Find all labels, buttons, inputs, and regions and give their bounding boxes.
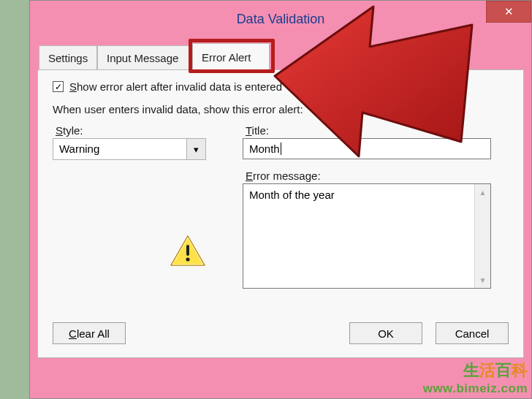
instruction-text: When user enters invalid data, show this… <box>53 103 509 115</box>
chevron-down-icon: ▾ <box>194 144 199 155</box>
error-message-value: Month of the year <box>243 184 474 288</box>
clear-all-button[interactable]: Clear All <box>53 322 126 344</box>
title-message-column: Title: Month Error message: Month of the… <box>243 124 509 289</box>
tab-strip: Settings Input Message Error Alert <box>37 43 524 70</box>
ok-cancel-group: OK Cancel <box>349 322 509 344</box>
cancel-label: Cancel <box>455 327 490 340</box>
text-cursor <box>281 142 281 155</box>
style-dropdown-button[interactable]: ▾ <box>186 139 205 159</box>
style-dropdown-value: Warning <box>53 139 186 159</box>
warning-triangle-icon <box>170 235 206 268</box>
style-dropdown[interactable]: Warning ▾ <box>53 138 206 160</box>
watermark: 生活百科 www.bimeiz.com <box>423 360 528 396</box>
show-alert-checkbox-row: ✓ Show error alert after invalid data is… <box>53 80 509 93</box>
error-message-label: Error message: <box>243 170 509 182</box>
show-alert-checkbox-label: Show error alert after invalid data is e… <box>69 80 282 93</box>
cancel-button[interactable]: Cancel <box>436 322 509 344</box>
tab-settings[interactable]: Settings <box>39 45 97 70</box>
fields-area: Style: Warning ▾ Title: Month Error mess… <box>53 124 509 289</box>
watermark-url: www.bimeiz.com <box>423 381 528 396</box>
dialog-buttons: Clear All OK Cancel <box>53 322 509 344</box>
ok-button[interactable]: OK <box>349 322 422 344</box>
data-validation-dialog: Data Validation ✕ Settings Input Message… <box>29 0 532 399</box>
ok-label: OK <box>378 327 394 340</box>
svg-point-3 <box>186 257 189 261</box>
tab-error-alert-label: Error Alert <box>202 51 251 64</box>
tab-panel-error-alert: ✓ Show error alert after invalid data is… <box>37 69 524 358</box>
clear-all-label: Clear All <box>69 327 110 340</box>
watermark-cn: 生活百科 <box>423 360 528 381</box>
title-input[interactable]: Month <box>243 138 491 159</box>
tab-input-message[interactable]: Input Message <box>97 45 192 70</box>
tab-settings-label: Settings <box>48 52 88 64</box>
checkmark-icon: ✓ <box>55 83 62 91</box>
svg-rect-2 <box>186 245 189 256</box>
close-icon: ✕ <box>504 5 514 18</box>
error-message-textarea[interactable]: Month of the year ▲ ▼ <box>243 183 491 289</box>
style-label: Style: <box>53 124 221 137</box>
close-button[interactable]: ✕ <box>486 1 531 23</box>
scroll-up-icon[interactable]: ▲ <box>475 184 490 200</box>
title-label: Title: <box>243 124 509 137</box>
window-body: Settings Input Message Error Alert ✓ Sho… <box>30 37 531 398</box>
titlebar[interactable]: Data Validation ✕ <box>30 1 531 37</box>
title-input-value: Month <box>249 142 280 155</box>
tab-error-alert[interactable]: Error Alert <box>192 43 270 70</box>
textarea-scrollbar[interactable]: ▲ ▼ <box>474 184 490 288</box>
window-title: Data Validation <box>237 12 325 27</box>
scroll-down-icon[interactable]: ▼ <box>475 272 490 288</box>
show-alert-checkbox[interactable]: ✓ <box>53 81 64 92</box>
tab-input-message-label: Input Message <box>107 52 178 64</box>
